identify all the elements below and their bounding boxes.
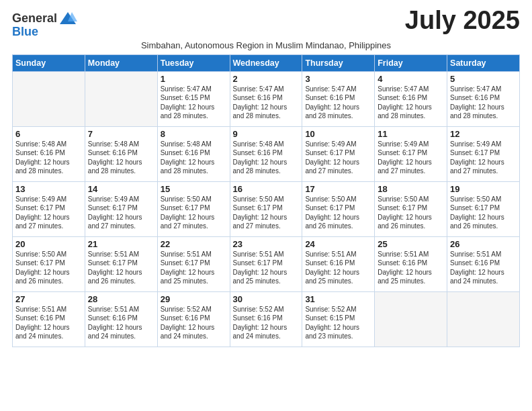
day-number: 26: [450, 239, 517, 249]
table-row: 18Sunrise: 5:50 AM Sunset: 6:17 PM Dayli…: [375, 181, 447, 236]
day-info: Sunrise: 5:51 AM Sunset: 6:16 PM Dayligh…: [305, 250, 371, 286]
table-row: 29Sunrise: 5:52 AM Sunset: 6:16 PM Dayli…: [157, 291, 230, 347]
table-row: 30Sunrise: 5:52 AM Sunset: 6:16 PM Dayli…: [230, 291, 302, 347]
table-row: 22Sunrise: 5:51 AM Sunset: 6:17 PM Dayli…: [157, 236, 230, 291]
col-wednesday: Wednesday: [230, 54, 302, 71]
day-number: 31: [305, 294, 371, 304]
day-info: Sunrise: 5:49 AM Sunset: 6:17 PM Dayligh…: [378, 140, 444, 176]
day-info: Sunrise: 5:50 AM Sunset: 6:17 PM Dayligh…: [233, 195, 300, 231]
day-info: Sunrise: 5:51 AM Sunset: 6:16 PM Dayligh…: [450, 250, 517, 286]
day-number: 24: [305, 239, 371, 249]
table-row: 9Sunrise: 5:48 AM Sunset: 6:16 PM Daylig…: [230, 126, 302, 181]
day-number: 13: [15, 184, 82, 194]
day-info: Sunrise: 5:49 AM Sunset: 6:17 PM Dayligh…: [15, 195, 82, 231]
day-info: Sunrise: 5:49 AM Sunset: 6:17 PM Dayligh…: [88, 195, 154, 231]
day-number: 15: [161, 184, 227, 194]
table-row: 23Sunrise: 5:51 AM Sunset: 6:17 PM Dayli…: [230, 236, 302, 291]
table-row: 17Sunrise: 5:50 AM Sunset: 6:17 PM Dayli…: [302, 181, 375, 236]
table-row: 14Sunrise: 5:49 AM Sunset: 6:17 PM Dayli…: [85, 181, 157, 236]
day-number: 11: [378, 129, 444, 139]
table-row: 1Sunrise: 5:47 AM Sunset: 6:15 PM Daylig…: [157, 71, 230, 126]
day-info: Sunrise: 5:50 AM Sunset: 6:17 PM Dayligh…: [15, 250, 82, 286]
day-number: 9: [233, 129, 300, 139]
table-row: 21Sunrise: 5:51 AM Sunset: 6:17 PM Dayli…: [85, 236, 157, 291]
day-number: 10: [305, 129, 371, 139]
table-row: 6Sunrise: 5:48 AM Sunset: 6:16 PM Daylig…: [13, 126, 85, 181]
day-info: Sunrise: 5:48 AM Sunset: 6:16 PM Dayligh…: [15, 140, 82, 176]
day-number: 18: [378, 184, 444, 194]
day-number: 21: [88, 239, 154, 249]
table-row: 13Sunrise: 5:49 AM Sunset: 6:17 PM Dayli…: [13, 181, 85, 236]
day-number: 3: [305, 74, 371, 84]
subtitle: Simbahan, Autonomous Region in Muslim Mi…: [12, 40, 520, 50]
table-row: [375, 291, 447, 347]
day-info: Sunrise: 5:51 AM Sunset: 6:16 PM Dayligh…: [378, 250, 444, 286]
day-number: 27: [15, 294, 82, 304]
day-number: 6: [15, 129, 82, 139]
day-number: 14: [88, 184, 154, 194]
header: General Blue July 2025: [12, 7, 520, 39]
day-number: 19: [450, 184, 517, 194]
day-info: Sunrise: 5:48 AM Sunset: 6:16 PM Dayligh…: [88, 140, 154, 176]
logo-icon: [58, 9, 77, 28]
table-row: 27Sunrise: 5:51 AM Sunset: 6:16 PM Dayli…: [13, 291, 85, 347]
col-friday: Friday: [375, 54, 447, 71]
day-info: Sunrise: 5:47 AM Sunset: 6:16 PM Dayligh…: [378, 85, 444, 121]
day-number: 30: [233, 294, 300, 304]
day-number: 28: [88, 294, 154, 304]
calendar: Sunday Monday Tuesday Wednesday Thursday…: [12, 54, 520, 347]
day-info: Sunrise: 5:50 AM Sunset: 6:17 PM Dayligh…: [161, 195, 227, 231]
day-number: 4: [378, 74, 444, 84]
day-info: Sunrise: 5:47 AM Sunset: 6:16 PM Dayligh…: [305, 85, 371, 121]
table-row: 19Sunrise: 5:50 AM Sunset: 6:17 PM Dayli…: [447, 181, 520, 236]
day-info: Sunrise: 5:49 AM Sunset: 6:17 PM Dayligh…: [305, 140, 371, 176]
day-number: 22: [161, 239, 227, 249]
day-info: Sunrise: 5:52 AM Sunset: 6:16 PM Dayligh…: [233, 305, 300, 341]
col-saturday: Saturday: [447, 54, 520, 71]
table-row: [13, 71, 85, 126]
day-info: Sunrise: 5:49 AM Sunset: 6:17 PM Dayligh…: [450, 140, 517, 176]
table-row: 10Sunrise: 5:49 AM Sunset: 6:17 PM Dayli…: [302, 126, 375, 181]
day-info: Sunrise: 5:51 AM Sunset: 6:17 PM Dayligh…: [233, 250, 300, 286]
day-number: 16: [233, 184, 300, 194]
day-number: 2: [233, 74, 300, 84]
day-info: Sunrise: 5:48 AM Sunset: 6:16 PM Dayligh…: [161, 140, 227, 176]
day-number: 25: [378, 239, 444, 249]
table-row: [85, 71, 157, 126]
table-row: 11Sunrise: 5:49 AM Sunset: 6:17 PM Dayli…: [375, 126, 447, 181]
table-row: 26Sunrise: 5:51 AM Sunset: 6:16 PM Dayli…: [447, 236, 520, 291]
table-row: 15Sunrise: 5:50 AM Sunset: 6:17 PM Dayli…: [157, 181, 230, 236]
day-info: Sunrise: 5:47 AM Sunset: 6:15 PM Dayligh…: [161, 85, 227, 121]
day-number: 17: [305, 184, 371, 194]
day-info: Sunrise: 5:48 AM Sunset: 6:16 PM Dayligh…: [233, 140, 300, 176]
table-row: 20Sunrise: 5:50 AM Sunset: 6:17 PM Dayli…: [13, 236, 85, 291]
day-info: Sunrise: 5:51 AM Sunset: 6:16 PM Dayligh…: [88, 305, 154, 341]
logo: General Blue: [12, 9, 77, 39]
table-row: 31Sunrise: 5:52 AM Sunset: 6:15 PM Dayli…: [302, 291, 375, 347]
day-info: Sunrise: 5:50 AM Sunset: 6:17 PM Dayligh…: [305, 195, 371, 231]
day-number: 8: [161, 129, 227, 139]
calendar-header-row: Sunday Monday Tuesday Wednesday Thursday…: [13, 54, 520, 71]
day-number: 7: [88, 129, 154, 139]
day-info: Sunrise: 5:51 AM Sunset: 6:17 PM Dayligh…: [88, 250, 154, 286]
table-row: 3Sunrise: 5:47 AM Sunset: 6:16 PM Daylig…: [302, 71, 375, 126]
day-number: 29: [161, 294, 227, 304]
col-tuesday: Tuesday: [157, 54, 230, 71]
day-info: Sunrise: 5:51 AM Sunset: 6:16 PM Dayligh…: [15, 305, 82, 341]
table-row: 24Sunrise: 5:51 AM Sunset: 6:16 PM Dayli…: [302, 236, 375, 291]
table-row: 8Sunrise: 5:48 AM Sunset: 6:16 PM Daylig…: [157, 126, 230, 181]
table-row: 7Sunrise: 5:48 AM Sunset: 6:16 PM Daylig…: [85, 126, 157, 181]
table-row: 4Sunrise: 5:47 AM Sunset: 6:16 PM Daylig…: [375, 71, 447, 126]
day-number: 5: [450, 74, 517, 84]
table-row: 25Sunrise: 5:51 AM Sunset: 6:16 PM Dayli…: [375, 236, 447, 291]
logo-general: General: [12, 12, 57, 26]
day-info: Sunrise: 5:47 AM Sunset: 6:16 PM Dayligh…: [450, 85, 517, 121]
day-number: 12: [450, 129, 517, 139]
table-row: 28Sunrise: 5:51 AM Sunset: 6:16 PM Dayli…: [85, 291, 157, 347]
table-row: 5Sunrise: 5:47 AM Sunset: 6:16 PM Daylig…: [447, 71, 520, 126]
day-info: Sunrise: 5:52 AM Sunset: 6:16 PM Dayligh…: [161, 305, 227, 341]
month-title: July 2025: [405, 7, 520, 35]
table-row: 16Sunrise: 5:50 AM Sunset: 6:17 PM Dayli…: [230, 181, 302, 236]
day-number: 20: [15, 239, 82, 249]
col-thursday: Thursday: [302, 54, 375, 71]
